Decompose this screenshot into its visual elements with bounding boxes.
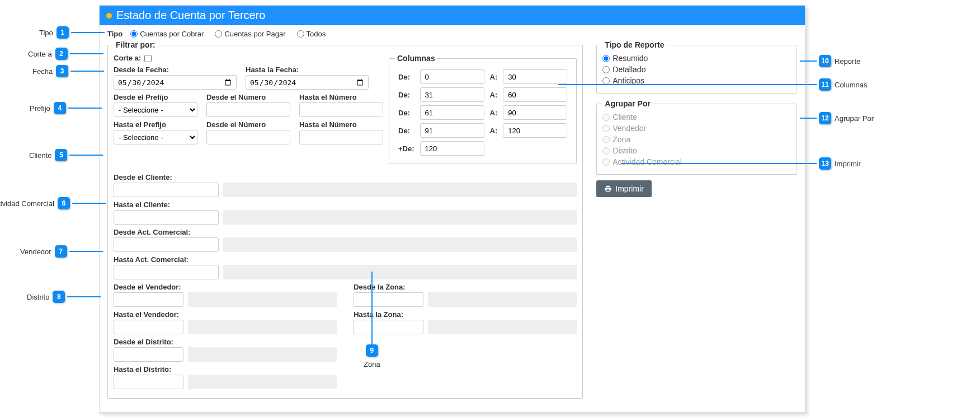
reporte-resumido-label: Resumido (613, 54, 648, 63)
col-a4-input[interactable] (503, 123, 567, 138)
col-a-3: A: (488, 104, 500, 121)
desde-numero-label-1: Desde el Número (206, 93, 290, 101)
desde-zona-label: Desde la Zona: (354, 283, 577, 291)
hasta-prefijo-select[interactable]: - Seleccione - (114, 130, 197, 144)
agrupar-distrito-option: Distrito (602, 146, 791, 155)
hasta-fecha-label: Hasta la Fecha: (246, 66, 369, 74)
desde-prefijo-label: Desde el Prefijo (114, 93, 197, 101)
callout-3: Fecha 3 (32, 65, 104, 77)
callout-5: Cliente 5 (29, 149, 103, 161)
corte-checkbox[interactable] (144, 55, 152, 62)
hasta-cliente-code-input[interactable] (114, 210, 219, 225)
col-de-4: De: (396, 122, 417, 139)
hasta-vendedor-code-input[interactable] (114, 320, 183, 334)
col-de-1: De: (396, 68, 417, 85)
reporte-detallado-option[interactable]: Detallado (602, 65, 791, 74)
hasta-distrito-display (188, 375, 337, 389)
desde-prefijo-select[interactable]: - Seleccione - (114, 102, 197, 117)
callout-9: 9 Zona (364, 272, 380, 368)
hasta-zona-display (428, 320, 577, 334)
callout-8: Distrito 8 (27, 291, 101, 303)
reporte-legend: Tipo de Reporte (602, 40, 666, 49)
callout-7: Vendedor 7 (20, 245, 103, 258)
desde-fecha-input[interactable] (114, 75, 237, 90)
desde-cliente-display (223, 183, 577, 197)
agrupar-zona-label: Zona (613, 135, 630, 144)
status-dot-icon (106, 13, 112, 18)
tipo-cxc-option[interactable]: Cuentas por Cobrar (130, 30, 204, 38)
tipo-cxp-option[interactable]: Cuentas por Pagar (215, 30, 285, 38)
desde-act-code-input[interactable] (114, 237, 219, 252)
desde-distrito-label: Desde el Distrito: (114, 338, 337, 346)
callout-2: Corte a 2 (28, 48, 103, 60)
main-panel: Estado de Cuenta por Tercero Tipo Cuenta… (99, 5, 805, 413)
callout-1: Tipo 1 (39, 26, 105, 39)
desde-numero-input-1[interactable] (206, 102, 290, 117)
tipo-cxc-radio[interactable] (130, 30, 138, 38)
desde-act-display (223, 237, 577, 252)
hasta-act-display (223, 265, 577, 279)
desde-distrito-code-input[interactable] (114, 347, 183, 362)
desde-distrito-display (188, 347, 337, 362)
hasta-cliente-display (223, 210, 577, 225)
filtrar-fieldset: Filtrar por: Corte a: Desde la Fecha: (107, 40, 583, 399)
reporte-resumido-option[interactable]: Resumido (602, 54, 791, 63)
col-de-2: De: (396, 86, 417, 103)
hasta-prefijo-label: Hasta el Prefijo (114, 120, 197, 129)
agrupar-legend: Agrupar Por (602, 99, 653, 108)
agrupar-distrito-label: Distrito (613, 146, 637, 155)
printer-icon (604, 185, 612, 193)
reporte-resumido-radio[interactable] (602, 55, 610, 62)
reporte-detallado-label: Detallado (613, 65, 646, 74)
tipo-todos-label: Todos (307, 30, 326, 38)
agrupar-zona-radio (602, 136, 610, 143)
agrupar-zona-option: Zona (602, 135, 791, 144)
tipo-label: Tipo (107, 30, 123, 38)
hasta-numero-input-2[interactable] (299, 130, 383, 144)
reporte-detallado-radio[interactable] (602, 66, 610, 73)
desde-vendedor-code-input[interactable] (114, 292, 183, 307)
agrupar-cliente-option: Cliente (602, 113, 791, 122)
tipo-cxc-label: Cuentas por Cobrar (140, 30, 204, 38)
hasta-distrito-label: Hasta el Distrito: (114, 365, 337, 374)
desde-cliente-label: Desde el Cliente: (114, 173, 577, 181)
col-de-3: De: (396, 104, 417, 121)
panel-header: Estado de Cuenta por Tercero (100, 6, 805, 25)
col-d5-input[interactable] (420, 141, 484, 156)
tipo-cxp-radio[interactable] (215, 30, 222, 38)
desde-vendedor-display (188, 292, 337, 307)
hasta-numero-input-1[interactable] (299, 102, 383, 117)
col-a3-input[interactable] (503, 105, 567, 120)
col-d4-input[interactable] (420, 123, 484, 138)
hasta-act-label: Hasta Act. Comercial: (114, 255, 577, 264)
desde-cliente-code-input[interactable] (114, 183, 219, 197)
col-d2-input[interactable] (420, 87, 484, 102)
page-title: Estado de Cuenta por Tercero (116, 9, 265, 22)
hasta-numero-label-1: Hasta el Número (299, 93, 383, 101)
hasta-distrito-code-input[interactable] (114, 375, 183, 389)
agrupar-vendedor-label: Vendedor (613, 124, 646, 133)
desde-numero-input-2[interactable] (206, 130, 290, 144)
columnas-fieldset: Columnas De: A: De: (389, 54, 577, 164)
tipo-todos-option[interactable]: Todos (297, 30, 326, 38)
desde-numero-label-2: Desde el Número (206, 120, 290, 129)
callout-11: 11 Columnas (558, 78, 868, 91)
col-masde: +De: (396, 140, 417, 157)
callout-13: 13 Imprimir (621, 157, 861, 170)
col-a-4: A: (488, 122, 500, 139)
col-d3-input[interactable] (420, 105, 484, 120)
imprimir-button[interactable]: Imprimir (596, 180, 652, 197)
imprimir-label: Imprimir (615, 184, 644, 193)
agrupar-actividad-radio (602, 158, 610, 166)
hasta-act-code-input[interactable] (114, 265, 219, 279)
hasta-cliente-label: Hasta el Cliente: (114, 200, 577, 209)
corte-label: Corte a: (114, 54, 141, 62)
hasta-fecha-input[interactable] (246, 75, 369, 90)
hasta-vendedor-label: Hasta el Vendedor: (114, 310, 337, 319)
tipo-todos-radio[interactable] (297, 30, 304, 38)
agrupar-vendedor-option: Vendedor (602, 124, 791, 133)
agrupar-distrito-radio (602, 147, 610, 155)
callout-10: 10 Reporte (800, 55, 860, 67)
col-d1-input[interactable] (420, 69, 484, 84)
agrupar-vendedor-radio (602, 125, 610, 132)
